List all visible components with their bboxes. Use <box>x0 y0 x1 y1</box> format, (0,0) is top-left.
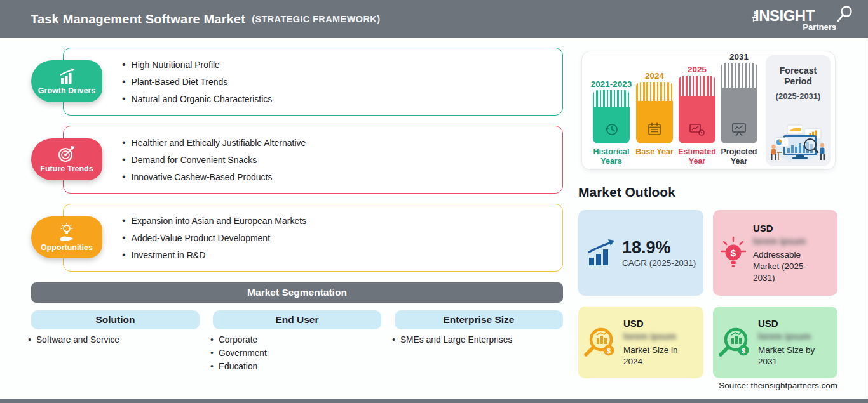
list-item: Natural and Organic Characteristics <box>122 94 562 104</box>
enterprise-size-items: SMEs and Large Enterprises <box>392 333 512 347</box>
currency-label: USD <box>623 318 697 329</box>
bar-body <box>593 107 630 143</box>
market-size-2024-card: $ USD lorem ipsum Market Size in 2024 <box>578 307 703 378</box>
svg-text:$: $ <box>731 248 736 258</box>
growth-drivers-box: High Nutritional Profile Plant-Based Die… <box>63 48 563 116</box>
future-trends-box: Healthier and Ethically Justifiable Alte… <box>63 126 563 194</box>
timeline-bar-historical <box>593 90 630 143</box>
segmentation-column-solution: Solution <box>31 310 200 329</box>
history-clock-icon <box>603 121 620 138</box>
bar-body <box>679 96 715 143</box>
timeline-panel: 2021-2023 2024 2025 2031 <box>581 51 836 170</box>
opportunities-box: Expansion into Asian and European Market… <box>63 204 563 272</box>
currency-label: USD <box>753 223 827 234</box>
solution-items: Software and Service <box>28 333 119 347</box>
growth-chart-arrow-icon <box>587 239 617 268</box>
cagr-card: 18.9% CAGR (2025-2031) <box>578 210 703 296</box>
badge-label: Opportunities <box>41 243 93 252</box>
opportunities-badge: Opportunities <box>31 216 102 258</box>
source-text: Source: theinsightpartners.com <box>609 381 837 390</box>
magnifier-dollar-icon: $ <box>581 324 618 361</box>
bulb-dollar-icon: $ <box>719 235 748 272</box>
svg-text:$: $ <box>742 347 745 355</box>
bar-stripes <box>593 90 630 107</box>
forecast-title: Forecast Period <box>773 65 823 87</box>
badge-label: Future Trends <box>40 164 93 173</box>
bar-stripes <box>679 76 715 96</box>
column-header: Enterprise Size <box>444 314 515 326</box>
timeline-year: 2025 <box>668 65 726 74</box>
bar-stripes <box>636 82 673 101</box>
card-label: Addressable Market (2025-2031) <box>753 249 827 284</box>
growth-drivers-badge: Growth Drivers <box>31 60 102 102</box>
page-subtitle: (STRATEGIC FRAMEWORK) <box>252 14 380 24</box>
card-label: Market Size in 2024 <box>623 345 697 367</box>
bar-stripes <box>721 63 757 88</box>
blurred-value: lorem ipsum <box>758 331 832 341</box>
gear-chart-icon <box>688 121 706 138</box>
badge-label: Growth Drivers <box>38 86 95 95</box>
infographic-canvas: Task Management Software Market (STRATEG… <box>0 0 868 403</box>
calendar-icon <box>646 121 663 138</box>
list-item: SMEs and Large Enterprises <box>392 333 512 347</box>
magnifier-dollar-icon: $ <box>716 324 753 361</box>
column-header: End User <box>275 314 318 326</box>
timeline-bar-base <box>636 82 673 143</box>
company-logo: The INSIGHT Partners <box>749 6 854 34</box>
market-outlook-title: Market Outlook <box>578 185 675 200</box>
analysts-monitor-illustration <box>768 122 828 163</box>
blurred-value: lorem ipsum <box>753 236 827 246</box>
list-item: Expansion into Asian and European Market… <box>122 216 562 226</box>
magnifier-icon <box>835 6 854 26</box>
segmentation-title-bar: Market Segmentation <box>31 282 563 303</box>
page-title: Task Management Software Market <box>31 12 245 27</box>
list-item: High Nutritional Profile <box>122 60 562 70</box>
list-item: Innovative Cashew-Based Products <box>122 172 562 182</box>
market-size-2031-card: $ USD lorem ipsum Market Size by 2031 <box>713 307 837 378</box>
target-dart-icon <box>57 145 76 163</box>
timeline-bar-label: Projected Year <box>712 147 766 166</box>
timeline-year: 2021-2023 <box>583 79 640 89</box>
card-label: Market Size by 2031 <box>758 345 832 367</box>
list-item: Corporate <box>210 333 267 347</box>
list-item: Government <box>210 347 267 360</box>
timeline-bar-projected <box>721 63 757 143</box>
bar-body <box>721 88 757 143</box>
logo-partners: Partners <box>803 22 836 32</box>
segmentation-column-enterprise-size: Enterprise Size <box>395 310 563 329</box>
currency-label: USD <box>758 318 832 329</box>
addressable-market-card: $ USD lorem ipsum Addressable Market (20… <box>713 210 837 296</box>
forecast-period-panel: Forecast Period (2025-2031) <box>766 55 831 166</box>
header-bar: Task Management Software Market (STRATEG… <box>0 0 868 38</box>
svg-text:$: $ <box>607 347 611 355</box>
blurred-value: lorem ipsum <box>623 331 697 341</box>
footer-bar <box>0 399 868 403</box>
list-item: Healthier and Ethically Justifiable Alte… <box>122 138 562 148</box>
end-user-items: Corporate Government Education <box>210 333 267 373</box>
segmentation-title: Market Segmentation <box>247 287 347 298</box>
list-item: Education <box>210 360 267 373</box>
timeline-year: 2031 <box>710 52 768 62</box>
list-item: Added-Value Product Development <box>122 233 562 243</box>
timeline-bar-estimated <box>679 76 715 143</box>
list-item: Demand for Convenient Snacks <box>122 155 562 165</box>
presentation-icon <box>730 121 748 138</box>
hand-bulb-icon <box>56 223 78 242</box>
list-item: Software and Service <box>28 333 119 347</box>
segmentation-column-end-user: End User <box>213 310 381 329</box>
bar-body <box>636 101 673 143</box>
forecast-range: (2025-2031) <box>766 91 831 101</box>
list-item: Investment in R&D <box>122 250 562 260</box>
cagr-label: CAGR (2025-2031) <box>622 258 696 268</box>
cagr-value: 18.9% <box>622 238 696 257</box>
list-item: Plant-Based Diet Trends <box>122 77 562 87</box>
right-edge-divider <box>865 38 865 399</box>
growth-bars-arrow-icon <box>56 68 78 85</box>
future-trends-badge: Future Trends <box>31 138 102 180</box>
column-header: Solution <box>96 314 135 326</box>
